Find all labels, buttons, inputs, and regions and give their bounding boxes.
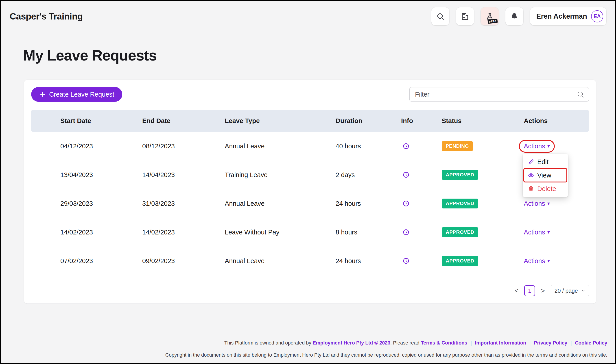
pagination-page-1[interactable]: 1 [524,285,535,296]
actions-dropdown-trigger[interactable]: Actions ▾ [524,257,550,265]
table-row: 07/02/2023 09/02/2023 Annual Leave 24 ho… [31,247,589,275]
clock-info-icon[interactable] [401,257,442,264]
footer-line-2: Copyright in the documents on this site … [165,352,607,358]
actions-trigger-label: Actions [524,143,545,150]
status-badge: PENDING [442,141,473,151]
bell-icon [510,12,518,20]
actions-dropdown-menu: Edit View Delete [523,154,568,197]
status-badge: APPROVED [442,256,478,266]
end-date-cell: 31/03/2023 [142,200,225,207]
page-size-value: 20 / page [555,287,578,294]
top-bar-actions: BETA Eren Ackerman EA [431,7,606,25]
page-title: My Leave Requests [23,47,615,64]
footer-link-company[interactable]: Employment Hero Pty Ltd © 2023 [313,340,390,346]
notifications-button[interactable] [505,7,523,25]
eye-icon [528,172,534,178]
actions-trigger-label: Actions [524,229,545,236]
table-row: 14/02/2023 14/02/2023 Leave Without Pay … [31,218,589,247]
start-date-cell: 29/03/2023 [31,200,142,207]
actions-dropdown-trigger[interactable]: Actions ▾ [524,143,550,150]
top-bar: Casper's Training BETA Eren Ackerman EA [1,1,615,25]
menu-item-edit[interactable]: Edit [523,155,568,169]
footer-link-important-information[interactable]: Important Information [475,340,526,346]
beta-badge: BETA [487,19,497,24]
avatar: EA [591,10,603,22]
start-date-cell: 04/12/2023 [31,143,142,150]
status-badge: APPROVED [442,227,478,237]
footer: This Platform is owned and operated by E… [165,340,607,358]
footer-text: . Please read [390,340,419,346]
end-date-cell: 09/02/2023 [142,257,225,265]
clock-info-icon[interactable] [401,171,442,178]
chevron-down-icon [581,288,586,293]
leave-type-cell: Annual Leave [225,257,335,265]
footer-link-privacy-policy[interactable]: Privacy Policy [534,340,567,346]
filter-input[interactable] [409,87,589,102]
beta-labs-button[interactable]: BETA [481,7,499,25]
duration-cell: 2 days [335,171,401,179]
search-button[interactable] [431,7,449,25]
leave-requests-table: Start Date End Date Leave Type Duration … [31,110,589,275]
col-header-end-date: End Date [142,117,225,125]
duration-cell: 40 hours [335,143,401,150]
end-date-cell: 14/02/2023 [142,229,225,236]
actions-trigger-label: Actions [524,257,545,265]
pagination-prev-button[interactable]: < [515,287,519,295]
col-header-status: Status [442,117,524,125]
menu-item-label: Edit [537,158,549,166]
trash-icon [528,186,534,192]
table-row: 13/04/2023 14/04/2023 Training Leave 2 d… [31,160,589,189]
menu-item-view[interactable]: View [523,169,568,182]
filter-search-icon [577,91,584,98]
duration-cell: 8 hours [335,229,401,236]
leave-requests-card: Create Leave Request Start Date End Date… [24,79,596,304]
menu-item-label: Delete [537,185,556,193]
start-date-cell: 14/02/2023 [31,229,142,236]
footer-link-terms[interactable]: Terms & Conditions [421,340,467,346]
menu-item-label: View [537,172,551,179]
actions-dropdown-trigger[interactable]: Actions ▾ [524,229,550,236]
footer-link-cookie-policy[interactable]: Cookie Policy [575,340,607,346]
footer-separator: | [470,340,472,346]
app-title: Casper's Training [10,12,83,22]
start-date-cell: 13/04/2023 [31,171,142,179]
chevron-down-icon: ▾ [547,201,550,206]
col-header-actions: Actions [524,117,589,125]
organisation-button[interactable] [456,7,474,25]
pagination: < 1 > 20 / page [31,285,589,296]
card-toolbar: Create Leave Request [31,87,589,102]
menu-item-delete[interactable]: Delete [523,182,568,195]
leave-type-cell: Annual Leave [225,200,335,207]
footer-separator: | [529,340,531,346]
pencil-icon [528,159,534,165]
col-header-leave-type: Leave Type [225,117,335,125]
leave-type-cell: Training Leave [225,171,335,179]
clock-info-icon[interactable] [401,229,442,236]
chevron-down-icon: ▾ [547,230,550,235]
create-leave-request-label: Create Leave Request [49,91,114,98]
col-header-duration: Duration [335,117,401,125]
duration-cell: 24 hours [335,257,401,265]
page-size-select[interactable]: 20 / page [551,285,589,296]
footer-line-1: This Platform is owned and operated by E… [165,340,607,346]
duration-cell: 24 hours [335,200,401,207]
leave-type-cell: Leave Without Pay [225,229,335,236]
footer-separator: | [570,340,572,346]
status-badge: APPROVED [442,199,478,208]
end-date-cell: 08/12/2023 [142,143,225,150]
table-header-row: Start Date End Date Leave Type Duration … [31,110,589,132]
plus-icon [39,91,46,98]
pagination-next-button[interactable]: > [541,287,545,295]
building-icon [461,12,469,20]
clock-info-icon[interactable] [401,143,442,150]
actions-dropdown-trigger[interactable]: Actions ▾ [524,200,550,207]
status-badge: APPROVED [442,170,478,180]
col-header-start-date: Start Date [31,117,142,125]
user-menu[interactable]: Eren Ackerman EA [530,7,606,25]
filter-field [409,87,589,102]
footer-text: This Platform is owned and operated by [224,340,311,346]
actions-trigger-label: Actions [524,200,545,207]
create-leave-request-button[interactable]: Create Leave Request [31,87,122,102]
chevron-down-icon: ▾ [547,259,550,263]
clock-info-icon[interactable] [401,200,442,207]
